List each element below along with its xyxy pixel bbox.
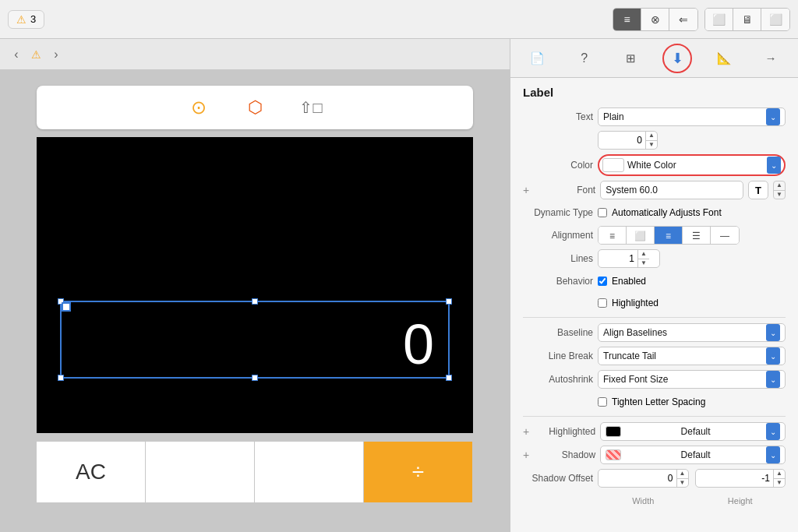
tighten-checkbox[interactable] [598,397,607,407]
font-selector[interactable]: System 60.0 [600,181,743,199]
font-T-btn[interactable]: T [748,181,768,199]
calc-empty-btn1[interactable] [146,442,255,503]
calc-ac-btn[interactable]: AC [37,442,146,503]
shadow-dropdown[interactable]: Default ⌄ [600,446,786,464]
inspector-file-btn[interactable]: 📄 [524,45,551,72]
align-justify-btn[interactable]: ☰ [683,227,711,245]
tag-up-arrow[interactable]: ▲ [646,131,657,141]
tag-property-row: ▲ ▼ [510,129,798,152]
export-tool-icon[interactable]: ⇧□ [298,95,323,120]
tag-stepper-arrows: ▲ ▼ [645,131,657,150]
enabled-checkbox[interactable] [598,277,607,286]
line-break-row: Line Break Truncate Tail ⌄ [510,344,798,368]
tag-input[interactable] [598,135,645,146]
shadow-offset-label: Shadow Offset [523,473,593,484]
highlighted-plus-icon[interactable]: + [523,425,529,438]
link-btn[interactable]: ⊗ [641,9,669,30]
sidebar-right-btn[interactable]: ⬜ [761,9,789,30]
shadow-height-input[interactable] [696,473,774,484]
cube-tool-icon[interactable]: ⬡ [242,95,267,120]
calc-divide-btn[interactable]: ÷ [364,442,473,503]
autoshrink-dropdown-arrow: ⌄ [766,371,780,388]
font-size-up[interactable]: ▲ [774,181,785,191]
text-dropdown[interactable]: Plain ⌄ [598,107,786,126]
circle-tool-icon[interactable]: ⊙ [186,95,211,120]
align-center-btn[interactable]: ⬜ [627,227,655,245]
align-left-btn[interactable]: ≡ [598,227,627,245]
shadow-height-down[interactable]: ▼ [774,479,785,488]
inspector-size-btn[interactable]: 📐 [711,45,737,72]
autoshrink-label: Autoshrink [523,374,593,385]
inspector-help-btn[interactable]: ? [571,45,598,72]
align-dash-btn[interactable]: — [711,227,739,245]
lines-stepper[interactable]: ▲ ▼ [598,249,660,268]
calc-empty-btn2[interactable] [255,442,364,503]
nav-prev-btn[interactable]: ‹ [8,46,25,63]
lines-down[interactable]: ▼ [638,259,649,269]
paragraph-btn[interactable]: ≡ [613,9,641,30]
top-toolbar: ⚠ 3 ≡ ⊗ ⇐ ⬜ 🖥 ⬜ [0,0,798,39]
canvas-area: ⊙ ⬡ ⇧□ [0,70,510,532]
view-toolbar-group: ≡ ⊗ ⇐ [613,8,698,31]
sidebar-left-btn[interactable]: ⬜ [705,9,733,30]
label-selection-box[interactable] [60,301,450,379]
font-size-down[interactable]: ▼ [774,191,785,199]
shadow-width-up[interactable]: ▲ [677,469,688,479]
tag-stepper[interactable]: ▲ ▼ [598,131,658,150]
highlighted-color-dropdown[interactable]: Default ⌄ [600,422,786,441]
alignment-row: Alignment ≡ ⬜ ≡ ☰ — [510,224,798,247]
warning-badge[interactable]: ⚠ 3 [8,10,44,29]
color-selector[interactable]: White Color ⌄ [598,154,786,176]
alignment-group: ≡ ⬜ ≡ ☰ — [598,226,740,245]
baseline-dropdown[interactable]: Align Baselines ⌄ [598,323,786,342]
font-size-stepper: ▲ ▼ [773,181,786,199]
align-right-btn[interactable]: ≡ [655,227,683,245]
highlighted-checkbox[interactable] [598,298,607,308]
warning-nav-icon: ⚠ [31,48,41,61]
baseline-dropdown-arrow: ⌄ [766,324,780,341]
font-plus-icon[interactable]: + [523,184,529,196]
shadow-width-input[interactable] [598,473,676,484]
color-swatch [602,158,624,172]
forward-icon: → [765,51,777,65]
inspector-content: Label Text Plain ⌄ ▲ [510,78,798,532]
shadow-width-down[interactable]: ▼ [677,479,688,488]
shadow-height-stepper[interactable]: ▲ ▼ [695,469,786,488]
highlighted-color-row: + Highlighted Default ⌄ [510,420,798,443]
lines-input[interactable] [598,253,637,264]
dynamic-type-label: Dynamic Type [523,207,593,218]
line-break-label: Line Break [523,351,593,361]
inspector-attributes-btn[interactable]: ⬇ [664,45,690,72]
simulator-toolbar: ⊙ ⬡ ⇧□ [37,86,473,129]
text-property-row: Text Plain ⌄ [510,105,798,129]
dynamic-type-text: Automatically Adjusts Font [612,207,722,218]
color-name: White Color [627,160,764,171]
dynamic-type-checkbox[interactable] [598,208,607,217]
autoshrink-row: Autoshrink Fixed Font Size ⌄ [510,368,798,391]
tag-down-arrow[interactable]: ▼ [646,141,657,150]
left-panel: ‹ ⚠ › ⊙ ⬡ ⇧□ [0,39,510,532]
inspector-forward-btn[interactable]: → [757,45,784,72]
font-T-icon: T [755,185,761,196]
shadow-color-swatch [606,449,621,460]
monitor-btn[interactable]: 🖥 [733,9,761,30]
attr1-icon: ⊞ [626,51,636,65]
lines-row: Lines ▲ ▼ [510,247,798,270]
behavior-label: Behavior [523,276,593,287]
autoshrink-dropdown[interactable]: Fixed Font Size ⌄ [598,370,786,389]
shadow-width-stepper[interactable]: ▲ ▼ [598,469,689,488]
shadow-height-up[interactable]: ▲ [774,469,785,479]
back-btn[interactable]: ⇐ [669,9,697,30]
sub-toolbar: ‹ ⚠ › [0,39,510,70]
inspector-attr1-btn[interactable]: ⊞ [618,45,644,72]
shadow-offset-row: Shadow Offset ▲ ▼ ▲ ▼ [510,467,798,490]
layout-toolbar-group: ⬜ 🖥 ⬜ [704,8,790,31]
highlighted-color-label: Highlighted [537,426,595,437]
nav-next-btn[interactable]: › [48,46,65,63]
line-break-dropdown[interactable]: Truncate Tail ⌄ [598,347,786,365]
right-panel: 📄 ? ⊞ ⬇ 📐 → Label Text [510,39,798,532]
shadow-plus-icon[interactable]: + [523,449,529,461]
lines-up[interactable]: ▲ [638,249,649,259]
dynamic-type-row: Dynamic Type Automatically Adjusts Font [510,202,798,224]
tighten-row: Tighten Letter Spacing [510,391,798,413]
